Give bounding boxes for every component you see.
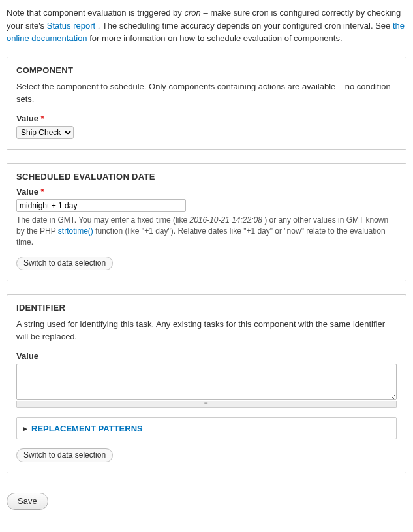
helptext-example-date: 2016-10-21 14:22:08	[189, 215, 262, 225]
switch-to-data-selection-button[interactable]: Switch to data selection	[16, 257, 113, 270]
switch-to-data-selection-button[interactable]: Switch to data selection	[16, 448, 113, 462]
intro-cron-word: cron	[184, 8, 200, 18]
textarea-resize-handle[interactable]	[16, 401, 397, 408]
component-title: COMPONENT	[16, 65, 397, 75]
identifier-title: IDENTIFIER	[16, 303, 397, 313]
identifier-value-label: Value	[16, 351, 397, 361]
replacement-patterns-toggle[interactable]: ▸ REPLACEMENT PATTERNS	[23, 424, 143, 433]
component-select[interactable]: Ship Check	[16, 126, 74, 139]
intro-text-3: . The scheduling time accuracy depends o…	[98, 21, 393, 31]
required-mark: *	[41, 114, 44, 123]
scheduled-helptext: The date in GMT. You may enter a fixed t…	[16, 215, 397, 249]
scheduled-title: SCHEDULED EVALUATION DATE	[16, 172, 397, 181]
intro-text-4: for more information on how to schedule …	[89, 33, 342, 43]
identifier-textarea[interactable]	[16, 364, 397, 400]
intro-paragraph: Note that component evaluation is trigge…	[7, 7, 406, 45]
status-report-link[interactable]: Status report	[47, 21, 95, 31]
identifier-fieldset: IDENTIFIER A string used for identifying…	[7, 294, 406, 473]
scheduled-value-label: Value *	[16, 187, 397, 196]
intro-text: Note that component evaluation is trigge…	[7, 8, 184, 18]
component-fieldset: COMPONENT Select the component to schedu…	[7, 57, 406, 150]
strtotime-link[interactable]: strtotime()	[58, 227, 93, 236]
save-button[interactable]: Save	[7, 493, 48, 510]
identifier-description: A string used for identifying this task.…	[16, 318, 397, 343]
scheduled-fieldset: SCHEDULED EVALUATION DATE Value * The da…	[7, 163, 406, 281]
component-value-label: Value *	[16, 114, 397, 123]
caret-right-icon: ▸	[23, 424, 27, 433]
scheduled-date-input[interactable]	[16, 199, 186, 212]
replacement-patterns-label[interactable]: REPLACEMENT PATTERNS	[31, 424, 143, 433]
replacement-patterns-panel: ▸ REPLACEMENT PATTERNS	[16, 417, 397, 439]
component-description: Select the component to schedule. Only c…	[16, 80, 397, 106]
required-mark: *	[41, 187, 44, 196]
